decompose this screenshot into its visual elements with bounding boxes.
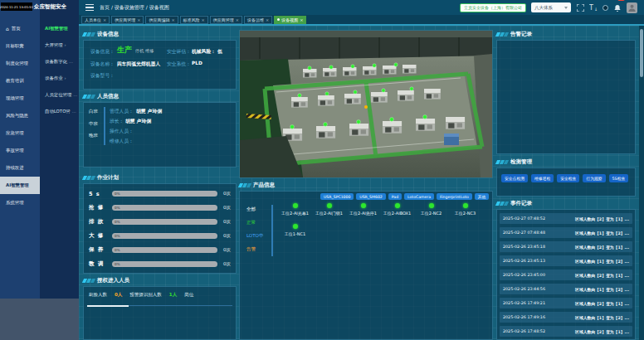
event-row[interactable]: 2025-02-26 23:45:00区域人数由【2】变为【1】...	[500, 270, 632, 280]
close-icon[interactable]: ×	[202, 17, 205, 22]
event-row[interactable]: 2025-02-26 23:45:13区域人数由【1】变为【2】...	[500, 255, 632, 266]
progress-bar: 0%	[112, 219, 217, 225]
submenu-item-digital[interactable]: 设备数字化…	[40, 53, 79, 70]
theme-toggle-icon[interactable]	[603, 5, 608, 11]
event-row[interactable]: 2025-02-26 23:45:18区域人数由【2】变为【1】...	[500, 241, 632, 252]
tab-device-view[interactable]: 设备视图×	[274, 16, 306, 24]
clock: 2024-11-21 13:01:51	[1, 2, 32, 11]
sidebar-item-label: 目标职责	[6, 43, 24, 49]
notifications-bell[interactable]: 12	[613, 0, 622, 16]
plan-label: 大 修	[89, 232, 112, 240]
event-time: 2025-02-27 07:48:48	[503, 231, 545, 235]
event-row[interactable]: 2025-02-27 07:48:48区域人数由【1】变为【2】...	[500, 227, 632, 238]
device-type-button[interactable]: FingerprintLoto	[437, 193, 472, 200]
event-row[interactable]: 2025-02-26 17:48:52区域人数由【2】变为【1】...	[500, 326, 632, 337]
panel-header: 检测管理	[496, 158, 636, 167]
sidebar-item-site[interactable]: 现场管理	[0, 90, 40, 107]
shift-tab-middle[interactable]: 中班	[89, 121, 98, 127]
safety-inspection-button[interactable]: 安全检查	[557, 174, 579, 182]
device-type-button[interactable]: LotoCamera	[404, 193, 434, 200]
submenu-item-label: 设备作业	[45, 75, 63, 81]
scrollbar[interactable]	[639, 26, 644, 340]
hamburger-icon[interactable]	[85, 4, 94, 11]
close-icon[interactable]: ×	[137, 17, 140, 22]
submenu-item-loto[interactable]: 自动LOTO管…	[40, 103, 79, 119]
submenu-item-location[interactable]: 人员定位管理…	[40, 86, 79, 103]
station-item[interactable]: 工位2-AI门锁1	[312, 203, 346, 216]
filter-loto[interactable]: LOTO中	[246, 233, 263, 239]
panel-header: 产品信息	[239, 181, 493, 190]
close-icon[interactable]: ×	[103, 17, 106, 22]
panel-body: 2025-02-27 07:48:52区域人数由【2】变为【1】... 2025…	[496, 209, 636, 340]
sidebar-item-improve[interactable]: 持续改进	[0, 159, 40, 177]
safety-point-check-button[interactable]: 安全点检测	[501, 174, 528, 182]
sidebar-item-emergency[interactable]: 应急管理	[0, 124, 40, 142]
tab-personnel-units[interactable]: 人员单位×	[81, 16, 110, 24]
close-icon[interactable]: ×	[236, 17, 239, 22]
filter-normal[interactable]: 正常	[246, 220, 263, 226]
header-actions: 立克安全设备（上海）有限公司 八大体系 T↓ 12	[460, 0, 644, 16]
sidebar-item-system[interactable]: 系统管理	[0, 194, 40, 211]
panel-title: 事件记录	[510, 200, 532, 207]
submenu-item-ai[interactable]: AI智慧管理	[40, 20, 79, 36]
station-item[interactable]: 工位2-AI光幕1	[278, 203, 312, 216]
font-size-icon[interactable]: T↓	[589, 3, 598, 12]
safety-system-value: PLD	[192, 61, 202, 66]
tab-supplier-mgmt-2[interactable]: 供应商管理×	[210, 16, 242, 24]
sidebar-item-ai[interactable]: AI智慧管理	[0, 177, 40, 194]
tab-device-ops[interactable]: 设备运维×	[244, 16, 272, 24]
tab-standard-risk[interactable]: 标准风险×	[180, 16, 208, 24]
behavior-observation-button[interactable]: 行为观察	[583, 174, 605, 182]
tab-supplier-edit[interactable]: 供应商编辑×	[145, 16, 178, 24]
station-item[interactable]: 工位1-NC1	[278, 224, 312, 236]
fullscreen-icon[interactable]	[576, 3, 584, 12]
company-button[interactable]: 立克安全设备（上海）有限公司	[460, 3, 526, 12]
sidebar-item-training[interactable]: 教育培训	[0, 72, 40, 90]
event-row[interactable]: 2025-02-26 23:44:56区域人数由【1】变为【2】...	[500, 284, 632, 294]
tab-bar: 人员单位× 供应商管理× 供应商编辑× 标准风险× 供应商管理× 设备运维× 设…	[79, 15, 644, 26]
device-type-button[interactable]: 其他	[475, 193, 489, 200]
scrollbar-thumb[interactable]	[640, 29, 643, 77]
tab-label: 人员单位	[85, 17, 101, 22]
station-item[interactable]: 工位2-AI急停1	[346, 203, 380, 216]
system-select[interactable]: 八大体系	[531, 2, 571, 12]
station-item[interactable]: 工位2-AIBOX1	[380, 203, 414, 216]
factory-3d-view[interactable]	[239, 30, 493, 178]
status-dot-green	[293, 203, 298, 208]
plan-count: 0次	[217, 219, 231, 225]
maintenance-patrol-button[interactable]: 维修巡检	[531, 174, 554, 182]
divider	[87, 305, 232, 306]
sidebar-item-risk[interactable]: 风险与隐患	[0, 107, 40, 124]
close-icon[interactable]: ×	[300, 17, 303, 22]
event-row[interactable]: 2025-02-26 17:49:16区域人数由【1】变为【2】...	[500, 312, 632, 323]
sidebar-item-institution[interactable]: 制度化管理	[0, 55, 40, 72]
safety-system-label: 安全系统：	[167, 61, 191, 68]
event-row[interactable]: 2025-02-26 17:49:21区域人数由【2】变为【1】...	[500, 298, 632, 308]
station-item[interactable]: 工位2-NC2	[414, 203, 448, 216]
fiveS-check-button[interactable]: 5S检查	[609, 174, 629, 182]
progress-bar: 0%	[112, 205, 217, 211]
sidebar-item-targets[interactable]: 目标职责	[0, 37, 40, 55]
submenu-item-bigscreen[interactable]: 大屏管理›	[40, 36, 79, 53]
device-type-button[interactable]: USR_SPC1000	[320, 193, 354, 200]
tab-supplier-mgmt-1[interactable]: 供应商管理×	[111, 16, 144, 24]
station-item[interactable]: 工位2-NC3	[448, 203, 482, 216]
sidebar-item-home[interactable]: ⌂首页	[0, 20, 40, 37]
submenu-item-operation[interactable]: 设备作业›	[40, 70, 79, 86]
shift-tab-day[interactable]: 白班	[89, 109, 98, 114]
shift-tab-night[interactable]: 晚班	[89, 133, 98, 138]
breadcrumb[interactable]: 首页 / 设备设施管理 / 设备视图	[100, 4, 169, 12]
sidebar-item-accident[interactable]: 事故管理	[0, 142, 40, 159]
filter-alarm[interactable]: 告警	[246, 246, 263, 252]
filter-all[interactable]: 全部	[246, 206, 263, 212]
event-message: 区域人数由【2】变为【1】...	[575, 216, 629, 221]
close-icon[interactable]: ×	[266, 17, 269, 22]
device-type-button[interactable]: Pad	[388, 193, 402, 200]
avatar[interactable]	[627, 2, 637, 13]
device-type-button[interactable]: USR_SM602	[356, 193, 385, 200]
close-icon[interactable]: ×	[171, 17, 174, 22]
plan-label: 保 养	[89, 246, 112, 254]
event-row[interactable]: 2025-02-27 07:48:52区域人数由【2】变为【1】...	[500, 213, 632, 224]
chevron-right-icon: ›	[65, 42, 66, 47]
event-time: 2025-02-26 17:48:52	[503, 329, 545, 333]
